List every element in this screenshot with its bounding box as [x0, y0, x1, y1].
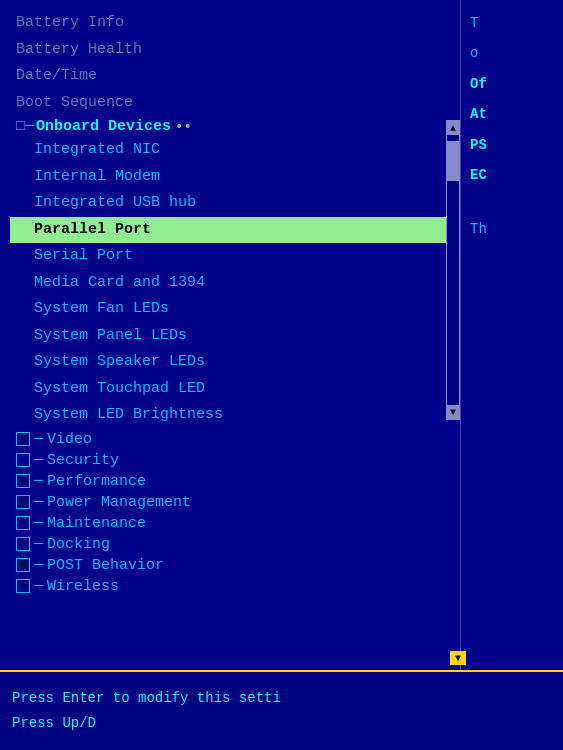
scrollbar-down-arrow[interactable]: ▼	[447, 405, 459, 419]
docking-connector: ─	[34, 536, 43, 553]
power-management-section[interactable]: + ─ Power Management	[10, 492, 460, 513]
post-expand-icon: +	[16, 558, 30, 572]
post-connector: ─	[34, 557, 43, 574]
wireless-text: Wireless	[47, 578, 119, 595]
docking-text: Docking	[47, 536, 110, 553]
maintenance-text: Maintenance	[47, 515, 146, 532]
performance-connector: ─	[34, 473, 43, 490]
right-text-8: Th	[466, 216, 558, 242]
right-text-6: EC	[466, 162, 558, 188]
boot-sequence-item[interactable]: Boot Sequence	[10, 90, 460, 117]
right-text-3: Of	[466, 71, 558, 97]
post-text: POST Behavior	[47, 557, 164, 574]
maintenance-expand-icon: +	[16, 516, 30, 530]
security-expand-icon: +	[16, 453, 30, 467]
system-fan-leds-item[interactable]: System Fan LEDs	[10, 296, 460, 323]
system-speaker-leds-item[interactable]: System Speaker LEDs	[10, 349, 460, 376]
post-behavior-section[interactable]: + ─ POST Behavior	[10, 555, 460, 576]
bios-screen: Battery Info Battery Health Date/Time Bo…	[0, 0, 563, 750]
video-text: Video	[47, 431, 92, 448]
scrollbar[interactable]: ▲ ▼	[446, 120, 460, 420]
right-text-2: o	[466, 40, 558, 66]
power-connector: ─	[34, 494, 43, 511]
performance-text: Performance	[47, 473, 146, 490]
onboard-dots: ••	[175, 119, 192, 135]
bottom-line-2: Press Up/D	[12, 713, 551, 734]
performance-section[interactable]: + ─ Performance	[10, 471, 460, 492]
system-touchpad-led-item[interactable]: System Touchpad LED	[10, 376, 460, 403]
bottom-scroll-arrow[interactable]: ▼	[450, 651, 466, 665]
wireless-expand-icon: +	[16, 579, 30, 593]
bottom-bar: Press Enter to modify this setti Press U…	[0, 670, 563, 750]
main-area: Battery Info Battery Health Date/Time Bo…	[0, 0, 563, 670]
performance-expand-icon: +	[16, 474, 30, 488]
security-connector: ─	[34, 452, 43, 469]
battery-health-item[interactable]: Battery Health	[10, 37, 460, 64]
right-text-4: At	[466, 101, 558, 127]
parallel-port-item[interactable]: Parallel Port	[10, 217, 460, 244]
maintenance-connector: ─	[34, 515, 43, 532]
battery-info-item[interactable]: Battery Info	[10, 10, 460, 37]
system-panel-leds-item[interactable]: System Panel LEDs	[10, 323, 460, 350]
right-panel: T o Of At PS EC Th	[460, 0, 563, 670]
integrated-nic-item[interactable]: Integrated NIC	[10, 137, 460, 164]
date-time-item[interactable]: Date/Time	[10, 63, 460, 90]
video-label: ─	[34, 431, 43, 448]
system-led-brightness-item[interactable]: System LED Brightness	[10, 402, 460, 429]
security-section[interactable]: + ─ Security	[10, 450, 460, 471]
scrollbar-thumb[interactable]	[447, 141, 459, 181]
tree-connector: □─	[16, 118, 34, 135]
integrated-usb-hub-item[interactable]: Integrated USB hub	[10, 190, 460, 217]
video-expand-icon: +	[16, 432, 30, 446]
right-text-1: T	[466, 10, 558, 36]
power-expand-icon: +	[16, 495, 30, 509]
serial-port-item[interactable]: Serial Port	[10, 243, 460, 270]
wireless-connector: ─	[34, 578, 43, 595]
security-text: Security	[47, 452, 119, 469]
maintenance-section[interactable]: + ─ Maintenance	[10, 513, 460, 534]
bottom-line-1: Press Enter to modify this setti	[12, 688, 551, 709]
scrollbar-up-arrow[interactable]: ▲	[447, 121, 459, 135]
right-text-5: PS	[466, 132, 558, 158]
onboard-devices-header[interactable]: □─ Onboard Devices ••	[10, 116, 460, 137]
internal-modem-item[interactable]: Internal Modem	[10, 164, 460, 191]
onboard-devices-label: Onboard Devices	[36, 118, 171, 135]
docking-section[interactable]: + ─ Docking	[10, 534, 460, 555]
video-section[interactable]: + ─ Video	[10, 429, 460, 450]
left-panel: Battery Info Battery Health Date/Time Bo…	[0, 0, 460, 670]
power-text: Power Management	[47, 494, 191, 511]
media-card-item[interactable]: Media Card and 1394	[10, 270, 460, 297]
docking-expand-icon: +	[16, 537, 30, 551]
wireless-section[interactable]: + ─ Wireless	[10, 576, 460, 597]
